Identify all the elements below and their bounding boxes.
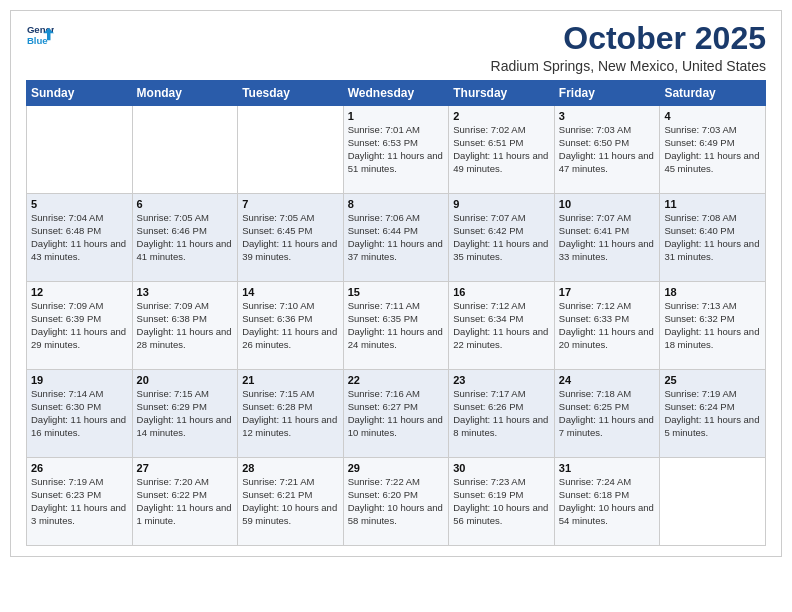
day-number: 7 [242,198,339,210]
calendar-page: General Blue General Blue October 2025 R… [10,10,782,557]
day-info: Sunrise: 7:17 AM Sunset: 6:26 PM Dayligh… [453,388,550,439]
col-friday: Friday [554,81,660,106]
week-row-4: 19Sunrise: 7:14 AM Sunset: 6:30 PM Dayli… [27,370,766,458]
day-info: Sunrise: 7:05 AM Sunset: 6:45 PM Dayligh… [242,212,339,263]
day-number: 15 [348,286,445,298]
day-info: Sunrise: 7:09 AM Sunset: 6:38 PM Dayligh… [137,300,234,351]
day-cell: 30Sunrise: 7:23 AM Sunset: 6:19 PM Dayli… [449,458,555,546]
day-number: 10 [559,198,656,210]
day-cell: 13Sunrise: 7:09 AM Sunset: 6:38 PM Dayli… [132,282,238,370]
day-info: Sunrise: 7:21 AM Sunset: 6:21 PM Dayligh… [242,476,339,527]
day-info: Sunrise: 7:24 AM Sunset: 6:18 PM Dayligh… [559,476,656,527]
day-info: Sunrise: 7:18 AM Sunset: 6:25 PM Dayligh… [559,388,656,439]
day-cell: 19Sunrise: 7:14 AM Sunset: 6:30 PM Dayli… [27,370,133,458]
col-monday: Monday [132,81,238,106]
day-cell: 9Sunrise: 7:07 AM Sunset: 6:42 PM Daylig… [449,194,555,282]
day-cell: 15Sunrise: 7:11 AM Sunset: 6:35 PM Dayli… [343,282,449,370]
day-number: 18 [664,286,761,298]
day-number: 21 [242,374,339,386]
day-info: Sunrise: 7:16 AM Sunset: 6:27 PM Dayligh… [348,388,445,439]
day-info: Sunrise: 7:03 AM Sunset: 6:49 PM Dayligh… [664,124,761,175]
day-number: 30 [453,462,550,474]
day-cell [132,106,238,194]
day-cell: 23Sunrise: 7:17 AM Sunset: 6:26 PM Dayli… [449,370,555,458]
week-row-5: 26Sunrise: 7:19 AM Sunset: 6:23 PM Dayli… [27,458,766,546]
week-row-3: 12Sunrise: 7:09 AM Sunset: 6:39 PM Dayli… [27,282,766,370]
day-cell: 18Sunrise: 7:13 AM Sunset: 6:32 PM Dayli… [660,282,766,370]
day-cell: 21Sunrise: 7:15 AM Sunset: 6:28 PM Dayli… [238,370,344,458]
day-info: Sunrise: 7:15 AM Sunset: 6:28 PM Dayligh… [242,388,339,439]
day-cell: 5Sunrise: 7:04 AM Sunset: 6:48 PM Daylig… [27,194,133,282]
day-cell: 16Sunrise: 7:12 AM Sunset: 6:34 PM Dayli… [449,282,555,370]
day-number: 4 [664,110,761,122]
day-cell: 10Sunrise: 7:07 AM Sunset: 6:41 PM Dayli… [554,194,660,282]
day-cell: 12Sunrise: 7:09 AM Sunset: 6:39 PM Dayli… [27,282,133,370]
day-cell: 14Sunrise: 7:10 AM Sunset: 6:36 PM Dayli… [238,282,344,370]
day-cell [238,106,344,194]
svg-text:Blue: Blue [27,35,48,46]
day-number: 14 [242,286,339,298]
day-cell: 22Sunrise: 7:16 AM Sunset: 6:27 PM Dayli… [343,370,449,458]
week-row-1: 1Sunrise: 7:01 AM Sunset: 6:53 PM Daylig… [27,106,766,194]
day-number: 25 [664,374,761,386]
day-info: Sunrise: 7:12 AM Sunset: 6:34 PM Dayligh… [453,300,550,351]
header: General Blue General Blue October 2025 R… [26,21,766,74]
logo-icon: General Blue [26,21,54,49]
day-cell: 4Sunrise: 7:03 AM Sunset: 6:49 PM Daylig… [660,106,766,194]
day-number: 16 [453,286,550,298]
title-block: October 2025 Radium Springs, New Mexico,… [491,21,766,74]
week-row-2: 5Sunrise: 7:04 AM Sunset: 6:48 PM Daylig… [27,194,766,282]
day-number: 12 [31,286,128,298]
location-subtitle: Radium Springs, New Mexico, United State… [491,58,766,74]
day-info: Sunrise: 7:15 AM Sunset: 6:29 PM Dayligh… [137,388,234,439]
day-info: Sunrise: 7:09 AM Sunset: 6:39 PM Dayligh… [31,300,128,351]
col-thursday: Thursday [449,81,555,106]
day-number: 2 [453,110,550,122]
day-cell [27,106,133,194]
col-saturday: Saturday [660,81,766,106]
day-info: Sunrise: 7:06 AM Sunset: 6:44 PM Dayligh… [348,212,445,263]
day-info: Sunrise: 7:22 AM Sunset: 6:20 PM Dayligh… [348,476,445,527]
day-number: 26 [31,462,128,474]
day-info: Sunrise: 7:02 AM Sunset: 6:51 PM Dayligh… [453,124,550,175]
day-info: Sunrise: 7:11 AM Sunset: 6:35 PM Dayligh… [348,300,445,351]
day-info: Sunrise: 7:01 AM Sunset: 6:53 PM Dayligh… [348,124,445,175]
day-number: 19 [31,374,128,386]
day-cell: 3Sunrise: 7:03 AM Sunset: 6:50 PM Daylig… [554,106,660,194]
day-cell: 11Sunrise: 7:08 AM Sunset: 6:40 PM Dayli… [660,194,766,282]
day-number: 23 [453,374,550,386]
day-info: Sunrise: 7:07 AM Sunset: 6:41 PM Dayligh… [559,212,656,263]
day-cell: 7Sunrise: 7:05 AM Sunset: 6:45 PM Daylig… [238,194,344,282]
header-row: Sunday Monday Tuesday Wednesday Thursday… [27,81,766,106]
day-cell: 2Sunrise: 7:02 AM Sunset: 6:51 PM Daylig… [449,106,555,194]
day-number: 29 [348,462,445,474]
day-number: 28 [242,462,339,474]
day-number: 8 [348,198,445,210]
col-sunday: Sunday [27,81,133,106]
day-cell: 27Sunrise: 7:20 AM Sunset: 6:22 PM Dayli… [132,458,238,546]
day-info: Sunrise: 7:08 AM Sunset: 6:40 PM Dayligh… [664,212,761,263]
day-info: Sunrise: 7:14 AM Sunset: 6:30 PM Dayligh… [31,388,128,439]
day-info: Sunrise: 7:23 AM Sunset: 6:19 PM Dayligh… [453,476,550,527]
day-info: Sunrise: 7:12 AM Sunset: 6:33 PM Dayligh… [559,300,656,351]
col-wednesday: Wednesday [343,81,449,106]
day-info: Sunrise: 7:07 AM Sunset: 6:42 PM Dayligh… [453,212,550,263]
day-cell: 8Sunrise: 7:06 AM Sunset: 6:44 PM Daylig… [343,194,449,282]
calendar-table: Sunday Monday Tuesday Wednesday Thursday… [26,80,766,546]
day-info: Sunrise: 7:03 AM Sunset: 6:50 PM Dayligh… [559,124,656,175]
day-info: Sunrise: 7:19 AM Sunset: 6:24 PM Dayligh… [664,388,761,439]
day-cell: 17Sunrise: 7:12 AM Sunset: 6:33 PM Dayli… [554,282,660,370]
day-number: 24 [559,374,656,386]
day-number: 9 [453,198,550,210]
day-number: 5 [31,198,128,210]
logo: General Blue General Blue [26,21,54,49]
day-number: 11 [664,198,761,210]
day-info: Sunrise: 7:13 AM Sunset: 6:32 PM Dayligh… [664,300,761,351]
day-number: 3 [559,110,656,122]
day-cell: 29Sunrise: 7:22 AM Sunset: 6:20 PM Dayli… [343,458,449,546]
day-info: Sunrise: 7:10 AM Sunset: 6:36 PM Dayligh… [242,300,339,351]
day-cell: 25Sunrise: 7:19 AM Sunset: 6:24 PM Dayli… [660,370,766,458]
day-number: 1 [348,110,445,122]
day-info: Sunrise: 7:04 AM Sunset: 6:48 PM Dayligh… [31,212,128,263]
day-cell: 1Sunrise: 7:01 AM Sunset: 6:53 PM Daylig… [343,106,449,194]
